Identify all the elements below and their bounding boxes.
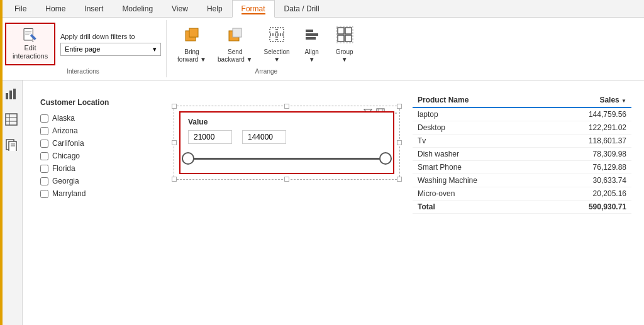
svg-rect-23 bbox=[9, 91, 12, 99]
table-row: Smart Phone 76,129.88 bbox=[413, 161, 631, 174]
sales-table: Product Name Sales ▼ laptop 144,759.56 bbox=[413, 93, 631, 214]
resize-handle-tm[interactable] bbox=[284, 104, 289, 109]
svg-rect-10 bbox=[270, 28, 276, 34]
tab-view[interactable]: View bbox=[162, 0, 197, 17]
filter-item-arizona[interactable]: Arizona bbox=[40, 124, 156, 137]
arrange-section: Bringforward ▼ Sendbackward ▼ bbox=[167, 20, 366, 77]
cell-sales-4: 76,129.88 bbox=[542, 161, 631, 174]
cell-product-5: Washing Machine bbox=[413, 174, 542, 187]
align-icon bbox=[303, 26, 321, 47]
filter-label-chicago: Chicago bbox=[52, 151, 80, 160]
tab-modeling[interactable]: Modeling bbox=[113, 0, 162, 17]
tab-format[interactable]: Format bbox=[232, 0, 275, 18]
align-button[interactable]: Align▼ bbox=[296, 23, 328, 67]
slider-track[interactable] bbox=[188, 158, 386, 160]
filter-item-marryland[interactable]: Marryland bbox=[40, 187, 156, 200]
filter-item-carlifonia[interactable]: Carlifonia bbox=[40, 137, 156, 150]
cell-sales-2: 118,601.37 bbox=[542, 135, 631, 148]
resize-handle-bl[interactable] bbox=[172, 177, 177, 182]
bring-forward-label: Bringforward ▼ bbox=[177, 48, 206, 63]
col-header-sales: Sales ▼ bbox=[542, 93, 631, 107]
send-backward-button[interactable]: Sendbackward ▼ bbox=[212, 23, 258, 67]
group-button[interactable]: Group▼ bbox=[328, 23, 361, 67]
filter-panel: Customer Location Alaska Arizona Carlifo… bbox=[35, 93, 161, 319]
table-row: Desktop 122,291.02 bbox=[413, 121, 631, 135]
edit-interactions-icon bbox=[21, 28, 39, 44]
svg-rect-12 bbox=[270, 35, 276, 41]
svg-rect-25 bbox=[6, 114, 17, 125]
svg-rect-9 bbox=[233, 28, 242, 37]
slider-thumb-right[interactable] bbox=[379, 152, 392, 165]
filter-item-florida[interactable]: Florida bbox=[40, 162, 156, 175]
table-total-row: Total 590,930.71 bbox=[413, 201, 631, 214]
group-icon bbox=[336, 26, 353, 47]
cell-product-2: Tv bbox=[413, 135, 542, 148]
bring-forward-button[interactable]: Bringforward ▼ bbox=[172, 23, 212, 67]
slider-widget-container: ⋯ Value 21000 144000 bbox=[174, 106, 400, 319]
selection-button[interactable]: Selection▼ bbox=[258, 23, 296, 67]
filter-checkbox-florida[interactable] bbox=[40, 165, 48, 173]
send-backward-icon bbox=[226, 26, 244, 47]
filter-panel-title: Customer Location bbox=[40, 98, 156, 107]
table-row: Dish washer 78,309.98 bbox=[413, 148, 631, 161]
filter-checkbox-alaska[interactable] bbox=[40, 114, 48, 123]
selection-icon bbox=[268, 26, 286, 47]
filter-checkbox-georgia[interactable] bbox=[40, 177, 48, 185]
svg-rect-11 bbox=[277, 28, 284, 34]
slider-max-value[interactable]: 144000 bbox=[242, 130, 286, 144]
svg-rect-19 bbox=[338, 35, 344, 41]
cell-product-4: Smart Phone bbox=[413, 161, 542, 174]
table-row: Micro-oven 20,205.16 bbox=[413, 187, 631, 201]
resize-handle-ml[interactable] bbox=[172, 140, 177, 145]
drill-filter-label: Apply drill down filters to bbox=[60, 33, 161, 40]
dropdown-arrow-icon: ▾ bbox=[153, 45, 157, 53]
sidebar-item-pages[interactable] bbox=[3, 136, 20, 153]
tab-help[interactable]: Help bbox=[197, 0, 232, 17]
tab-data-drill[interactable]: Data / Drill bbox=[275, 0, 329, 17]
resize-handle-br[interactable] bbox=[397, 177, 402, 182]
bring-forward-icon bbox=[183, 26, 201, 47]
svg-marker-5 bbox=[32, 41, 34, 41]
sort-arrow-icon[interactable]: ▼ bbox=[621, 98, 626, 104]
cell-product-3: Dish washer bbox=[413, 148, 542, 161]
tab-home[interactable]: Home bbox=[36, 0, 75, 17]
sidebar-item-bar-chart[interactable] bbox=[3, 85, 20, 103]
drill-filter-dropdown[interactable]: Entire page ▾ bbox=[60, 43, 161, 56]
sidebar-item-table[interactable] bbox=[3, 111, 20, 128]
filter-item-chicago[interactable]: Chicago bbox=[40, 150, 156, 162]
slider-min-value[interactable]: 21000 bbox=[188, 130, 232, 144]
filter-checkbox-arizona[interactable] bbox=[40, 127, 48, 135]
drill-filter-value: Entire page bbox=[65, 45, 100, 53]
slider-thumb-left[interactable] bbox=[182, 152, 194, 165]
svg-rect-21 bbox=[336, 26, 353, 43]
cell-total-label: Total bbox=[413, 201, 542, 214]
cell-product-0: laptop bbox=[413, 107, 542, 121]
table-row: Washing Machine 30,633.74 bbox=[413, 174, 631, 187]
edit-interactions-button[interactable]: Editinteractions bbox=[5, 23, 55, 65]
filter-item-alaska[interactable]: Alaska bbox=[40, 112, 156, 124]
filter-checkbox-marryland[interactable] bbox=[40, 190, 48, 198]
selection-label: Selection▼ bbox=[264, 48, 290, 63]
filter-item-georgia[interactable]: Georgia bbox=[40, 175, 156, 187]
resize-handle-mr[interactable] bbox=[397, 140, 402, 145]
svg-rect-14 bbox=[306, 30, 313, 32]
slider-widget: Value 21000 144000 bbox=[174, 106, 400, 180]
resize-handle-tr[interactable] bbox=[397, 104, 402, 109]
resize-handle-tl[interactable] bbox=[172, 104, 177, 109]
table-row: Tv 118,601.37 bbox=[413, 135, 631, 148]
tab-insert[interactable]: Insert bbox=[75, 0, 113, 17]
filter-label-alaska: Alaska bbox=[52, 114, 75, 123]
data-table: Product Name Sales ▼ laptop 144,759.56 bbox=[413, 93, 631, 319]
resize-handle-bm[interactable] bbox=[284, 177, 289, 182]
left-sidebar bbox=[0, 80, 23, 325]
cell-total-value: 590,930.71 bbox=[542, 201, 631, 214]
filter-checkbox-carlifonia[interactable] bbox=[40, 140, 48, 148]
send-backward-label: Sendbackward ▼ bbox=[218, 48, 252, 63]
interactions-section: Editinteractions Apply drill down filter… bbox=[0, 20, 167, 77]
svg-rect-22 bbox=[6, 93, 8, 99]
filter-checkbox-chicago[interactable] bbox=[40, 152, 48, 160]
table-row: laptop 144,759.56 bbox=[413, 107, 631, 121]
svg-rect-7 bbox=[189, 28, 198, 37]
tab-file[interactable]: File bbox=[5, 0, 36, 17]
filter-label-marryland: Marryland bbox=[52, 189, 86, 198]
